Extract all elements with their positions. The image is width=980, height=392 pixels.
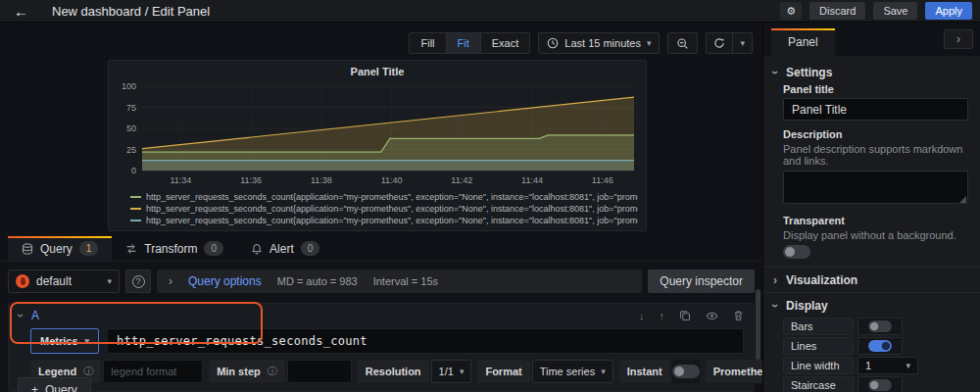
description-hint: Panel description supports markdown and …	[783, 143, 968, 167]
settings-section-header[interactable]: › Settings	[773, 62, 968, 83]
legend-series-name: http_server_requests_seconds_count{appli…	[146, 203, 638, 215]
description-textarea[interactable]	[783, 171, 968, 204]
editor-tab-bar: Query1Transform0Alert0	[0, 236, 762, 262]
back-arrow-icon[interactable]: ←	[8, 4, 34, 19]
query-ref-id: A	[31, 309, 39, 322]
bell-icon	[251, 243, 263, 255]
tab-count-badge: 0	[301, 241, 320, 256]
metrics-dropdown-button[interactable]: Metrics ▾	[30, 328, 99, 354]
panel-title-input[interactable]	[783, 98, 968, 121]
chevron-down-icon: ▾	[906, 361, 910, 370]
duplicate-query-icon[interactable]	[679, 310, 691, 321]
tab-count-badge: 0	[204, 241, 223, 256]
resolution-select[interactable]: 1/1▾	[431, 360, 472, 383]
interval-value: Interval = 15s	[373, 275, 438, 287]
panel-settings-gear-button[interactable]: ⚙	[780, 2, 802, 20]
datasource-picker[interactable]: default ▾	[8, 270, 120, 293]
tab-query[interactable]: Query1	[8, 236, 112, 261]
display-section-header[interactable]: › Display	[763, 292, 980, 318]
refresh-interval-dropdown[interactable]: ▾	[733, 33, 752, 53]
promql-expression-input[interactable]: http_server_requests_seconds_count	[107, 328, 744, 354]
legend-color-dash	[130, 220, 141, 221]
legend-format-input[interactable]	[103, 360, 203, 383]
toggle-cell	[858, 337, 903, 355]
database-icon	[22, 243, 33, 255]
toggle-cell	[858, 318, 903, 335]
tab-label: Transform	[144, 242, 197, 256]
fit-size-option[interactable]: Fit	[447, 33, 481, 53]
legend-item[interactable]: http_server_requests_seconds_count{appli…	[130, 215, 638, 226]
chevron-down-icon: ▾	[460, 367, 465, 376]
tab-panel[interactable]: Panel	[771, 28, 835, 56]
legend-item[interactable]: http_server_requests_seconds_count{appli…	[130, 191, 638, 203]
resize-grip-icon[interactable]	[959, 196, 966, 203]
save-button[interactable]: Save	[873, 2, 917, 20]
bars-toggle[interactable]	[868, 320, 892, 332]
query-options-row: Legendⓘ Min stepⓘ Resolution 1/1▾ Format…	[30, 360, 744, 383]
svg-text:25: 25	[126, 145, 136, 155]
legend-series-name: http_server_requests_seconds_count{appli…	[146, 191, 638, 203]
instant-toggle-box	[672, 360, 700, 383]
add-query-button[interactable]: + Query	[18, 377, 91, 392]
delete-query-trash-icon[interactable]	[733, 310, 744, 321]
move-query-down-icon[interactable]: ↓	[639, 310, 645, 321]
apply-button[interactable]: Apply	[925, 2, 972, 20]
editor-scrollbar[interactable]	[756, 289, 760, 360]
lines-toggle[interactable]	[868, 340, 892, 352]
collapse-sidebar-button[interactable]: ›	[944, 29, 973, 49]
query-header[interactable]: › A ↓ ↑	[9, 304, 754, 327]
refresh-button-group: ▾	[706, 32, 753, 54]
display-row-label: Line width	[783, 357, 854, 374]
discard-button[interactable]: Discard	[809, 2, 865, 20]
refresh-button[interactable]	[707, 33, 733, 53]
collapse-chevron-icon[interactable]: ›	[15, 314, 26, 318]
format-select[interactable]: Time series▾	[532, 360, 613, 383]
sidebar-content: › Settings Panel title Description Panel…	[763, 56, 980, 392]
preview-toolbar: Fill Fit Exact Last 15 minutes ▾ ▾	[409, 32, 753, 54]
prometheus-logo-icon	[16, 274, 29, 288]
zoom-out-time-button[interactable]	[667, 32, 698, 54]
tab-transform[interactable]: Transform0	[112, 236, 237, 261]
disable-query-eye-icon[interactable]	[706, 310, 718, 322]
tab-alert[interactable]: Alert0	[237, 236, 333, 261]
top-navigation-bar: ← New dashboard / Edit Panel ⚙ Discard S…	[0, 0, 980, 23]
legend-item[interactable]: http_server_requests_seconds_count{appli…	[130, 203, 638, 215]
instant-toggle[interactable]	[672, 365, 700, 378]
plus-icon: +	[31, 383, 38, 392]
move-query-up-icon[interactable]: ↑	[660, 310, 665, 321]
magnifier-minus-icon	[676, 37, 689, 50]
chevron-down-icon: ›	[769, 304, 781, 308]
visualization-section-header[interactable]: › Visualization	[763, 267, 980, 292]
svg-text:100: 100	[122, 81, 136, 91]
svg-text:11:36: 11:36	[240, 175, 262, 185]
min-step-input[interactable]	[287, 360, 352, 383]
transparent-toggle[interactable]	[783, 245, 810, 259]
svg-text:11:40: 11:40	[381, 175, 403, 185]
info-icon: ⓘ	[83, 365, 93, 378]
transparent-hint: Display panel without a background.	[783, 229, 968, 241]
info-icon: ⓘ	[268, 365, 277, 378]
datasource-value: default	[36, 274, 72, 288]
fill-size-option[interactable]: Fill	[410, 33, 446, 53]
resolution-field-label: Resolution	[358, 360, 429, 383]
description-label: Description	[783, 128, 968, 140]
chevron-down-icon: ▾	[85, 336, 90, 346]
sidebar-tab-bar: Panel ›	[763, 23, 980, 56]
tab-label: Query	[40, 242, 73, 256]
time-series-chart[interactable]: 11:3411:3611:3811:4011:4211:4411:4602550…	[117, 80, 640, 188]
staircase-toggle[interactable]	[868, 379, 892, 391]
chevron-down-icon: ›	[769, 71, 781, 74]
metrics-label: Metrics	[40, 335, 78, 347]
gear-icon: ⚙	[786, 5, 796, 18]
query-options-link[interactable]: Query options	[188, 274, 262, 288]
panel-options-sidebar: Panel › › Settings Panel title Descripti…	[762, 23, 980, 392]
exact-size-option[interactable]: Exact	[481, 33, 530, 53]
time-range-picker[interactable]: Last 15 minutes ▾	[538, 32, 660, 54]
svg-text:11:38: 11:38	[311, 175, 332, 185]
datasource-help-button[interactable]: ?	[125, 270, 151, 293]
line-width-select[interactable]: 1▾	[858, 357, 918, 374]
svg-text:11:42: 11:42	[451, 175, 472, 185]
svg-text:11:46: 11:46	[592, 175, 613, 185]
display-row-lines: Lines	[783, 337, 968, 355]
query-inspector-button[interactable]: Query inspector	[648, 270, 755, 293]
